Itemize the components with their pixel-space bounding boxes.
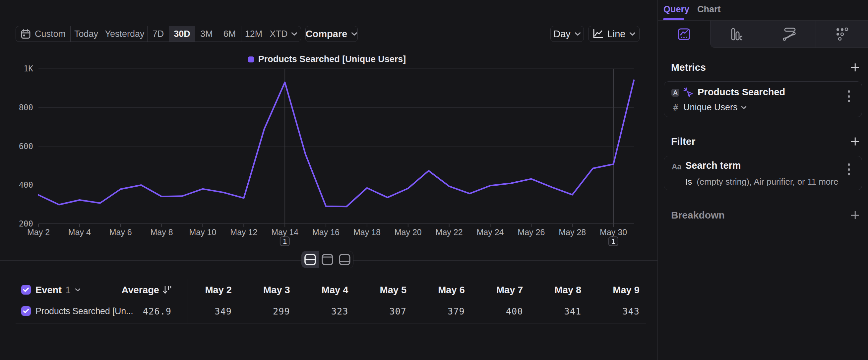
y-axis-label: 800 bbox=[0, 103, 33, 113]
chart-only-icon bbox=[321, 253, 334, 266]
viz-tab-retention[interactable] bbox=[816, 21, 868, 48]
filter-section-header: Filter bbox=[671, 136, 860, 147]
add-metric-button[interactable] bbox=[850, 62, 860, 73]
x-axis-label: May 28 bbox=[559, 227, 586, 237]
cell-value: 323 bbox=[331, 306, 348, 317]
metric-name: Products Searched bbox=[698, 87, 785, 98]
row-label[interactable]: Products Searched [Un... bbox=[35, 306, 133, 317]
x-axis-label: May 24 bbox=[476, 227, 504, 237]
x-axis-label: May 16 bbox=[312, 227, 340, 237]
flows-icon bbox=[783, 28, 796, 41]
cell-value: 349 bbox=[215, 306, 232, 317]
filter-property-name: Search term bbox=[685, 160, 741, 171]
x-axis-label: May 18 bbox=[353, 227, 381, 237]
add-filter-button[interactable] bbox=[850, 137, 860, 146]
tab-query[interactable]: Query bbox=[663, 4, 689, 15]
breakdown-section-header: Breakdown bbox=[671, 210, 860, 221]
y-axis-label: 1K bbox=[0, 64, 33, 74]
date-column-header[interactable]: May 6 bbox=[438, 284, 465, 296]
cell-value: 343 bbox=[622, 306, 640, 317]
annotation-badge[interactable]: 1 bbox=[609, 237, 618, 246]
add-breakdown-button[interactable] bbox=[850, 210, 860, 220]
layout-option-chart-and-table[interactable] bbox=[302, 251, 319, 268]
x-axis-label: May 4 bbox=[68, 227, 91, 237]
date-column-header[interactable]: May 2 bbox=[205, 284, 232, 296]
table-column-divider bbox=[188, 279, 188, 323]
viz-tab-bar-chart[interactable] bbox=[711, 21, 763, 48]
filter-values[interactable]: (empty string), Air purifier, or 11 more bbox=[696, 177, 838, 187]
event-column-header[interactable]: Event 1 bbox=[35, 284, 81, 296]
table-row-border bbox=[16, 323, 646, 324]
cell-value: 379 bbox=[447, 306, 465, 317]
visualization-tabs bbox=[658, 20, 868, 48]
filter-options-button[interactable] bbox=[844, 163, 853, 176]
cell-value: 299 bbox=[273, 306, 290, 317]
sort-descending-icon bbox=[162, 285, 172, 295]
x-axis-label: May 12 bbox=[230, 227, 257, 237]
date-column-header[interactable]: May 8 bbox=[555, 284, 582, 296]
layout-option-table-only[interactable] bbox=[336, 251, 353, 268]
aggregation-symbol: # bbox=[673, 103, 680, 113]
event-header-label: Event bbox=[35, 284, 62, 296]
date-column-header[interactable]: May 7 bbox=[496, 284, 523, 296]
aggregation-selector[interactable]: Unique Users bbox=[683, 102, 738, 113]
filter-operator[interactable]: Is bbox=[685, 177, 692, 187]
check-icon bbox=[23, 287, 29, 292]
metric-options-button[interactable] bbox=[844, 90, 853, 103]
x-axis-label: May 14 bbox=[271, 227, 299, 237]
layout-option-chart-only[interactable] bbox=[319, 251, 336, 268]
query-panel: Query Chart bbox=[657, 0, 868, 360]
series-line[interactable] bbox=[38, 80, 634, 206]
chevron-down-icon bbox=[75, 288, 81, 292]
viz-tab-group bbox=[710, 21, 868, 48]
row-checkbox[interactable] bbox=[21, 306, 31, 316]
layout-toggle bbox=[301, 251, 353, 268]
insights-report-app: CustomTodayYesterday7D30D3M6M12MXTD Comp… bbox=[0, 0, 868, 360]
x-axis-label: May 26 bbox=[518, 227, 545, 237]
date-column-header[interactable]: May 5 bbox=[380, 284, 407, 296]
x-axis-label: May 6 bbox=[110, 227, 132, 237]
chart-canvas bbox=[0, 0, 657, 262]
breakdown-title: Breakdown bbox=[671, 210, 725, 221]
main-area: CustomTodayYesterday7D30D3M6M12MXTD Comp… bbox=[0, 0, 657, 360]
metrics-section-header: Metrics bbox=[671, 62, 860, 73]
bar-chart-icon bbox=[731, 28, 742, 40]
string-property-icon: Aa bbox=[672, 162, 681, 171]
line-chart[interactable]: 1K800600400200May 2May 4May 6May 8May 10… bbox=[0, 0, 657, 262]
cell-value: 341 bbox=[564, 306, 581, 317]
average-column-header[interactable]: Average bbox=[122, 284, 172, 296]
y-axis-label: 400 bbox=[0, 180, 33, 190]
sidebar-tabs: Query Chart bbox=[663, 4, 721, 15]
metrics-title: Metrics bbox=[671, 62, 706, 73]
date-column-header[interactable]: May 9 bbox=[613, 284, 640, 296]
row-average-value: 426.9 bbox=[143, 306, 172, 317]
annotation-badge[interactable]: 1 bbox=[280, 237, 290, 246]
x-axis-label: May 30 bbox=[600, 227, 627, 237]
select-all-checkbox[interactable] bbox=[21, 285, 31, 295]
chevron-down-icon bbox=[741, 106, 747, 109]
y-axis-label: 600 bbox=[0, 141, 33, 151]
tab-chart[interactable]: Chart bbox=[697, 4, 721, 15]
filter-card[interactable]: Aa Search term Is (empty string), Air pu… bbox=[664, 156, 862, 190]
event-sparkle-icon bbox=[683, 87, 694, 99]
metric-card[interactable]: A Products Searched # Unique Users bbox=[664, 81, 862, 117]
check-icon bbox=[23, 308, 29, 313]
active-tab-underline bbox=[663, 18, 684, 20]
date-column-header[interactable]: May 4 bbox=[321, 284, 348, 296]
x-axis-label: May 8 bbox=[151, 227, 173, 237]
x-axis-label: May 20 bbox=[395, 227, 422, 237]
metric-series-badge: A bbox=[672, 89, 679, 96]
viz-tab-insights-chart[interactable] bbox=[658, 21, 710, 48]
average-header-label: Average bbox=[122, 284, 159, 296]
event-count: 1 bbox=[65, 284, 71, 296]
viz-tab-flows[interactable] bbox=[763, 21, 816, 48]
cell-value: 307 bbox=[389, 306, 406, 317]
x-axis-label: May 22 bbox=[436, 227, 463, 237]
filter-title: Filter bbox=[671, 136, 695, 147]
x-axis-label: May 10 bbox=[189, 227, 216, 237]
x-axis-label: May 2 bbox=[27, 227, 50, 237]
table-only-icon bbox=[339, 253, 351, 266]
insights-chart-icon bbox=[677, 28, 691, 40]
table-header-border bbox=[16, 302, 646, 302]
date-column-header[interactable]: May 3 bbox=[263, 284, 290, 296]
